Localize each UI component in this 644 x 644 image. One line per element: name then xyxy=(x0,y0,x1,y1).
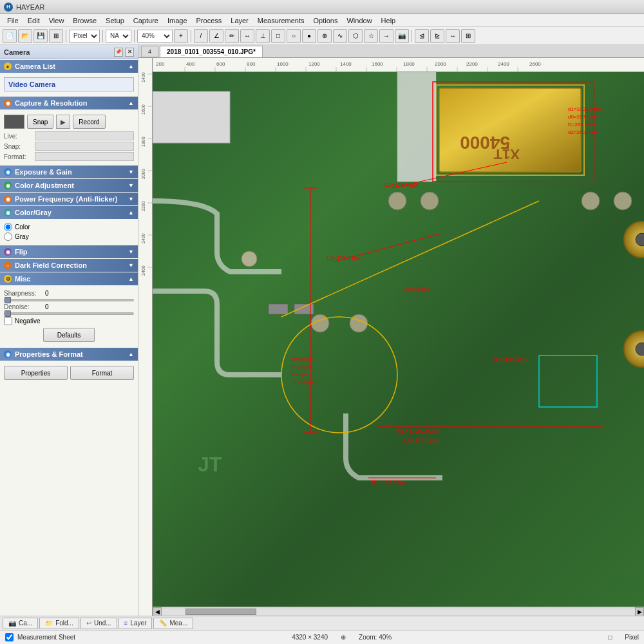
scroll-left-btn[interactable]: ◀ xyxy=(153,607,162,616)
color-radio-item[interactable]: Color xyxy=(4,223,134,231)
align-right[interactable]: ⊵ xyxy=(430,29,444,43)
zoom-selector[interactable]: 40% 25% 50% 100% xyxy=(137,30,173,43)
capture-header[interactable]: ◉ Capture & Resolution ▲ xyxy=(0,97,138,109)
properties-button[interactable]: Properties xyxy=(4,366,68,380)
sharpness-row: Sharpness: 0 xyxy=(4,290,134,297)
toolbar-sep-2 xyxy=(102,30,103,43)
horizontal-scrollbar[interactable]: ◀ ▶ xyxy=(153,607,644,616)
flip-header[interactable]: ◉ Flip ▼ xyxy=(0,245,138,258)
menu-file[interactable]: File xyxy=(3,15,23,26)
svg-text:1600: 1600 xyxy=(141,104,146,115)
sharpness-thumb[interactable] xyxy=(5,297,11,303)
snap-button[interactable]: Snap xyxy=(27,115,53,129)
svg-text:1800: 1800 xyxy=(403,61,415,67)
measure-line-tool[interactable]: ↔ xyxy=(240,29,254,43)
misc-arrow: ▲ xyxy=(128,276,134,282)
negative-checkbox[interactable] xyxy=(4,317,12,325)
scroll-track[interactable] xyxy=(162,609,635,615)
image-dimensions: 4320 × 3240 xyxy=(292,634,328,641)
grid-button[interactable]: ⊞ xyxy=(49,29,63,43)
record-button[interactable]: Record xyxy=(73,115,105,129)
zoom-in-button[interactable]: + xyxy=(174,29,188,43)
menu-options[interactable]: Options xyxy=(309,15,343,26)
pcb-canvas[interactable]: 54000 X1T xyxy=(153,72,644,616)
misc-header[interactable]: ⚙ Misc ▲ xyxy=(0,272,138,285)
gray-radio[interactable] xyxy=(4,232,12,241)
star-tool[interactable]: ☆ xyxy=(364,29,378,43)
flip-h[interactable]: ↔ xyxy=(446,29,460,43)
power-title: Power Frequency (Anti-flicker) xyxy=(15,195,118,203)
ruler-left: 1400 1600 1800 2000 2200 2400 2460 xyxy=(138,58,153,616)
unit-selector[interactable]: Pixel mm μm inch xyxy=(69,30,100,43)
bottom-tab-folder[interactable]: 📁 Fold... xyxy=(39,618,79,629)
open-button[interactable]: 📂 xyxy=(18,29,32,43)
image-tab[interactable]: 2018_0101_003554_010.JPG* xyxy=(160,46,263,57)
defaults-button[interactable]: Defaults xyxy=(43,328,95,342)
format-row: Format: xyxy=(4,152,134,161)
align-left[interactable]: ⊴ xyxy=(415,29,429,43)
camera-list-header[interactable]: ● Camera List ▲ xyxy=(0,60,138,73)
link-tool[interactable]: ⊕ xyxy=(317,29,332,43)
image-viewer[interactable]: ▸ 200 400 600 800 1000 1200 xyxy=(138,58,644,616)
denoise-thumb[interactable] xyxy=(5,310,11,317)
play-button[interactable]: ▶ xyxy=(56,115,70,129)
camera-tab-label: Ca... xyxy=(19,620,32,627)
menu-capture[interactable]: Capture xyxy=(129,15,163,26)
polygon-tool[interactable]: ⬡ xyxy=(348,29,363,43)
svg-text:2400: 2400 xyxy=(141,233,146,243)
perp-tool[interactable]: ⊥ xyxy=(256,29,270,43)
ruler-top: 200 400 600 800 1000 1200 1400 1600 1800… xyxy=(153,58,644,72)
gray-radio-item[interactable]: Gray xyxy=(4,232,134,241)
measurement-sheet-label: Measurement Sheet xyxy=(17,634,75,641)
video-camera-item[interactable]: Video Camera xyxy=(4,77,134,91)
menu-process[interactable]: Process xyxy=(192,15,227,26)
unit-status-label: Pixel xyxy=(625,634,639,641)
menu-browse[interactable]: Browse xyxy=(68,15,101,26)
svg-text:1400: 1400 xyxy=(141,72,146,82)
curve-tool[interactable]: ∿ xyxy=(333,29,347,43)
darkfield-header[interactable]: ○ Dark Field Correction ▼ xyxy=(0,259,138,272)
undo-tab-label: Und... xyxy=(94,620,111,627)
dot-tool[interactable]: ● xyxy=(302,29,316,43)
menu-layer[interactable]: Layer xyxy=(226,15,253,26)
save-button[interactable]: 💾 xyxy=(33,29,48,43)
pencil-tool[interactable]: ✏ xyxy=(225,29,239,43)
more-tool[interactable]: ⊞ xyxy=(461,29,475,43)
scroll-thumb[interactable] xyxy=(185,609,256,615)
menu-view[interactable]: View xyxy=(44,15,69,26)
format-button[interactable]: Format xyxy=(70,366,134,380)
bottom-tab-layer[interactable]: ≡ Layer xyxy=(118,618,153,629)
colorgray-header[interactable]: ◉ Color/Gray ▲ xyxy=(0,206,138,219)
denoise-track[interactable] xyxy=(4,312,134,315)
arrow-tool[interactable]: → xyxy=(379,29,393,43)
menu-measurements[interactable]: Measurements xyxy=(253,15,309,26)
negative-label: Negative xyxy=(15,317,40,325)
angle-tool[interactable]: ∠ xyxy=(209,29,223,43)
bottom-tab-undo[interactable]: ↩ Und... xyxy=(80,618,117,629)
bottom-tab-measurement[interactable]: 📏 Mea... xyxy=(153,618,193,629)
color-radio[interactable] xyxy=(4,223,12,231)
camera-tool[interactable]: 📷 xyxy=(395,29,409,43)
menu-setup[interactable]: Setup xyxy=(101,15,129,26)
bottom-tab-camera[interactable]: 📷 Ca... xyxy=(3,618,38,629)
new-button[interactable]: 📄 xyxy=(3,29,17,43)
exposure-arrow: ▼ xyxy=(128,169,134,175)
undo-tab-icon: ↩ xyxy=(86,620,91,627)
sharpness-track[interactable] xyxy=(4,299,134,301)
panel-close-icon[interactable]: ✕ xyxy=(125,48,134,57)
channel-selector[interactable]: NA R G B xyxy=(106,30,131,43)
panel-pin-icon[interactable]: 📌 xyxy=(114,48,123,57)
menu-image[interactable]: Image xyxy=(163,15,192,26)
power-header[interactable]: ◉ Power Frequency (Anti-flicker) ▼ xyxy=(0,193,138,205)
circle-tool[interactable]: ○ xyxy=(287,29,301,43)
menu-help[interactable]: Help xyxy=(377,15,401,26)
line-tool[interactable]: / xyxy=(194,29,208,43)
menu-window[interactable]: Window xyxy=(342,15,376,26)
properties-header[interactable]: ◉ Properties & Format ▲ xyxy=(0,348,138,361)
rect-tool[interactable]: □ xyxy=(271,29,285,43)
scroll-right-btn[interactable]: ▶ xyxy=(635,607,644,616)
menu-edit[interactable]: Edit xyxy=(23,15,44,26)
measurement-sheet-checkbox[interactable] xyxy=(5,633,14,641)
color-adj-header[interactable]: ◉ Color Adjustment ▼ xyxy=(0,179,138,192)
exposure-header[interactable]: ◉ Exposure & Gain ▼ xyxy=(0,166,138,178)
